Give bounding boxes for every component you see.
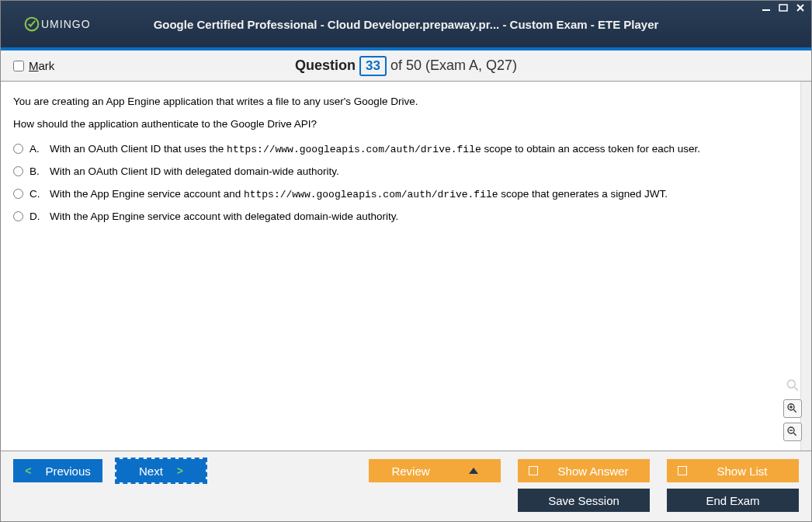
footer-toolbar: < Previous Next > Review Show Answer Sho… [1, 451, 811, 521]
svg-point-5 [787, 380, 795, 388]
end-exam-label: End Exam [706, 494, 759, 507]
review-button[interactable]: Review [369, 459, 501, 482]
previous-label: Previous [45, 465, 90, 478]
option-letter: B. [29, 163, 43, 181]
svg-rect-2 [779, 5, 787, 11]
nav-buttons: < Previous Next > [13, 459, 206, 482]
option-d-radio[interactable] [13, 211, 23, 221]
window-title: Google Certified Professional - Cloud De… [1, 18, 811, 31]
maximize-button[interactable] [777, 2, 789, 13]
answer-options: A. With an OAuth Client ID that uses the… [13, 141, 799, 226]
question-text-2: How should the application authenticate … [13, 118, 799, 130]
triangle-up-icon [469, 468, 478, 474]
option-c[interactable]: C. With the App Engine service account a… [13, 186, 799, 204]
svg-line-12 [793, 433, 796, 435]
right-buttons-row1: Review Show Answer Show List [369, 459, 799, 482]
show-list-button[interactable]: Show List [667, 459, 799, 482]
next-button[interactable]: Next > [116, 459, 206, 482]
option-text: With the App Engine service account and … [50, 186, 668, 204]
show-answer-label: Show Answer [547, 465, 639, 478]
save-session-label: Save Session [548, 494, 619, 507]
question-content: You are creating an App Engine applicati… [1, 82, 811, 451]
svg-line-8 [793, 409, 796, 412]
chevron-left-icon: < [25, 465, 31, 477]
option-letter: D. [29, 208, 43, 226]
title-bar: UMINGO Google Certified Professional - C… [1, 1, 811, 47]
minimize-button[interactable] [760, 2, 772, 13]
option-d[interactable]: D. With the App Engine service account w… [13, 208, 799, 226]
option-text: With an OAuth Client ID with delegated d… [50, 163, 339, 181]
question-of: of 50 (Exam A, Q27) [390, 57, 517, 73]
option-letter: A. [29, 141, 43, 158]
show-list-checkbox-icon [678, 466, 687, 475]
option-a-radio[interactable] [13, 144, 23, 154]
option-text: With the App Engine service account with… [50, 208, 398, 226]
previous-button[interactable]: < Previous [13, 459, 102, 482]
question-word: Question [295, 57, 356, 73]
question-number: 33 [359, 56, 387, 76]
svg-line-6 [795, 388, 798, 391]
show-list-label: Show List [696, 465, 788, 478]
window-controls [760, 2, 807, 13]
zoom-out-button[interactable] [783, 423, 802, 441]
option-text: With an OAuth Client ID that uses the ht… [50, 141, 700, 158]
review-label: Review [391, 465, 429, 478]
option-c-radio[interactable] [13, 189, 23, 199]
scrollbar[interactable] [800, 82, 811, 451]
right-buttons-row2: Save Session End Exam [518, 489, 799, 512]
option-b-radio[interactable] [13, 166, 23, 176]
option-a[interactable]: A. With an OAuth Client ID that uses the… [13, 141, 799, 158]
search-icon[interactable] [783, 376, 802, 395]
question-position: Question 33 of 50 (Exam A, Q27) [1, 56, 811, 76]
show-answer-button[interactable]: Show Answer [518, 459, 650, 482]
chevron-right-icon: > [177, 465, 183, 477]
zoom-in-button[interactable] [783, 399, 802, 418]
question-text-1: You are creating an App Engine applicati… [13, 96, 799, 107]
question-header: Mark Question 33 of 50 (Exam A, Q27) [1, 50, 811, 82]
zoom-tools [783, 376, 802, 441]
option-letter: C. [29, 186, 43, 204]
show-answer-checkbox-icon [529, 466, 538, 475]
close-button[interactable] [794, 2, 807, 13]
next-label: Next [139, 465, 163, 478]
end-exam-button[interactable]: End Exam [667, 489, 799, 512]
option-b[interactable]: B. With an OAuth Client ID with delegate… [13, 163, 799, 181]
save-session-button[interactable]: Save Session [518, 489, 650, 512]
